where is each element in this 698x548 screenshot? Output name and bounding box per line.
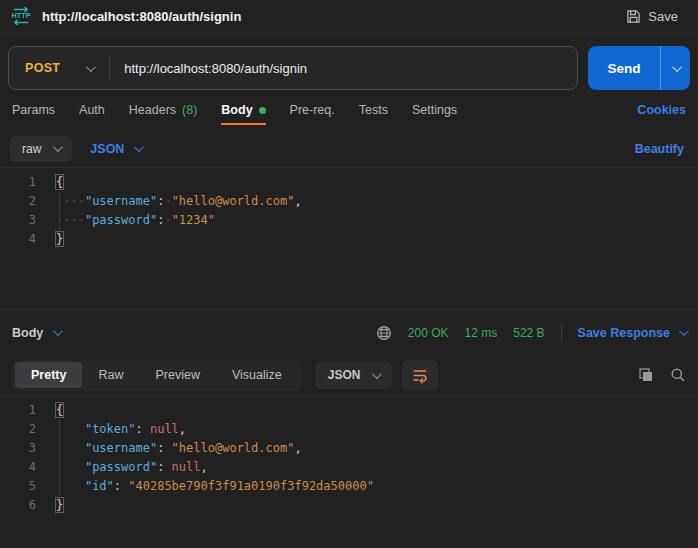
headers-count-badge: (8)	[182, 103, 197, 117]
response-size[interactable]: 522 B	[513, 326, 544, 340]
editor-line: 4 "password": null,	[0, 458, 698, 477]
save-response-button[interactable]: Save Response	[578, 326, 686, 340]
line-number: 6	[0, 496, 36, 515]
response-view-switcher: Pretty Raw Preview Visualize	[12, 359, 301, 391]
code-line: }	[56, 232, 63, 246]
code-line: ····"password":·"1234"	[56, 213, 215, 227]
chevron-down-icon	[134, 142, 144, 152]
tab-auth[interactable]: Auth	[79, 93, 105, 127]
editor-line: 2····"username":·"hello@world.com",	[0, 192, 698, 211]
editor-line: 2 "token": null,	[0, 420, 698, 439]
body-modified-dot-icon	[259, 107, 266, 114]
save-button-label: Save	[648, 9, 678, 24]
request-tabs: Params Auth Headers (8) Body Pre-req. Te…	[0, 90, 698, 130]
response-body-editor[interactable]: 1{2 "token": null,3 "username": "hello@w…	[0, 395, 698, 545]
code-line: "username": "hello@world.com",	[56, 441, 302, 455]
body-mode-label: raw	[22, 142, 41, 156]
tab-headers[interactable]: Headers (8)	[129, 93, 198, 127]
editor-line: 3 "username": "hello@world.com",	[0, 439, 698, 458]
editor-line: 4}	[0, 230, 698, 249]
chevron-down-icon	[86, 62, 96, 72]
response-time[interactable]: 12 ms	[465, 326, 498, 340]
line-number: 3	[0, 211, 36, 230]
view-pretty[interactable]: Pretty	[15, 362, 82, 388]
tab-pre-request[interactable]: Pre-req.	[290, 93, 335, 127]
svg-text:HTTP: HTTP	[11, 11, 30, 20]
view-raw[interactable]: Raw	[82, 362, 139, 388]
tab-label: Tests	[359, 103, 388, 117]
indent-guide	[59, 192, 60, 230]
editor-line: 3····"password":·"1234"	[0, 211, 698, 230]
wrap-text-button[interactable]	[402, 360, 438, 391]
response-meta-bar: Body 200 OK 12 ms 522 B Save Response	[0, 310, 698, 355]
line-number: 5	[0, 477, 36, 496]
editor-line: 1{	[0, 173, 698, 192]
copy-icon	[638, 367, 654, 383]
line-number: 2	[0, 192, 36, 211]
url-box: POST http://localhost:8080/auth/signin	[8, 46, 578, 90]
code-line: }	[56, 498, 63, 512]
tab-label: Pre-req.	[290, 103, 335, 117]
chevron-down-icon	[672, 62, 682, 72]
response-body-selector[interactable]: Body	[12, 326, 60, 340]
search-icon	[670, 367, 686, 383]
response-body-label: Body	[12, 326, 43, 340]
line-number: 3	[0, 439, 36, 458]
copy-response-button[interactable]	[638, 367, 654, 383]
chevron-down-icon	[679, 326, 689, 336]
tab-label: Settings	[412, 103, 457, 117]
language-selector[interactable]: JSON	[90, 142, 141, 156]
beautify-link[interactable]: Beautify	[635, 142, 688, 156]
code-line: ····"username":·"hello@world.com",	[56, 194, 302, 208]
body-mode-row: raw JSON Beautify	[0, 130, 698, 167]
editor-line: 5 "id": "40285be790f3f91a0190f3f92da5000…	[0, 477, 698, 496]
editor-line: 1{	[0, 401, 698, 420]
status-badge[interactable]: 200 OK	[408, 326, 449, 340]
tab-label: Params	[12, 103, 55, 117]
send-split-button: Send	[588, 46, 690, 90]
globe-icon	[376, 325, 392, 341]
send-options-button[interactable]	[660, 46, 690, 90]
line-number: 1	[0, 173, 36, 192]
view-visualize[interactable]: Visualize	[216, 362, 298, 388]
body-mode-selector[interactable]: raw	[10, 136, 72, 162]
method-selector[interactable]: POST	[9, 47, 109, 89]
code-line: {	[56, 403, 63, 417]
code-line: "token": null,	[56, 422, 186, 436]
cookies-link[interactable]: Cookies	[637, 103, 686, 117]
url-input[interactable]: http://localhost:8080/auth/signin	[110, 47, 577, 89]
indent-guide	[59, 420, 60, 496]
save-button[interactable]: Save	[620, 5, 684, 28]
search-response-button[interactable]	[670, 367, 686, 383]
chevron-down-icon	[53, 326, 63, 336]
tab-settings[interactable]: Settings	[412, 93, 457, 127]
tab-params[interactable]: Params	[12, 93, 55, 127]
code-line: {	[56, 175, 63, 189]
floppy-disk-icon	[626, 9, 641, 24]
save-response-label: Save Response	[578, 326, 670, 340]
response-toolbar: Pretty Raw Preview Visualize JSON	[0, 355, 698, 395]
request-body-editor[interactable]: 1{2····"username":·"hello@world.com",3··…	[0, 167, 698, 310]
chevron-down-icon	[372, 369, 382, 379]
request-url-row: POST http://localhost:8080/auth/signin S…	[8, 46, 690, 90]
code-line: "password": null,	[56, 460, 208, 474]
chevron-down-icon	[53, 142, 63, 152]
response-language-label: JSON	[328, 368, 361, 382]
send-button[interactable]: Send	[588, 46, 660, 90]
view-preview[interactable]: Preview	[139, 362, 215, 388]
tab-tests[interactable]: Tests	[359, 93, 388, 127]
http-request-icon: HTTP	[10, 5, 32, 27]
language-label: JSON	[90, 142, 124, 156]
line-number: 1	[0, 401, 36, 420]
tab-label: Headers	[129, 103, 176, 117]
tab-body[interactable]: Body	[221, 93, 265, 127]
text-wrap-icon	[411, 366, 429, 384]
request-title: http://localhost:8080/auth/signin	[42, 9, 241, 24]
request-header-bar: HTTP http://localhost:8080/auth/signin S…	[0, 0, 698, 33]
tab-label: Auth	[79, 103, 105, 117]
line-number: 4	[0, 458, 36, 477]
response-language-selector[interactable]: JSON	[315, 361, 393, 389]
method-label: POST	[25, 61, 60, 75]
line-number: 2	[0, 420, 36, 439]
code-line: "id": "40285be790f3f91a0190f3f92da50000"	[56, 479, 374, 493]
